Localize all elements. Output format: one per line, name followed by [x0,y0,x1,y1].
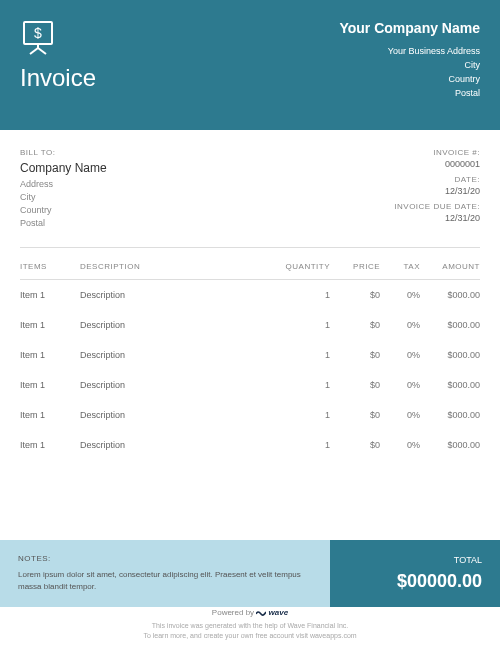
company-city: City [339,60,480,70]
powered-main: Powered by wave [0,607,500,618]
dollar-easel-icon: $ [20,20,56,56]
table-body: Item 1Description1$00%$000.00Item 1Descr… [20,280,480,460]
cell-amount: $000.00 [420,440,480,450]
notes-text: Lorem ipsum dolor sit amet, consectetur … [18,569,312,593]
company-country: Country [339,74,480,84]
bill-to-postal: Postal [20,218,107,228]
cell-quantity: 1 [280,440,330,450]
invoice-due-label: INVOICE DUE DATE: [394,202,480,211]
invoice-number-label: INVOICE #: [394,148,480,157]
bill-to-country: Country [20,205,107,215]
col-tax: TAX [380,262,420,271]
divider [20,247,480,248]
table-row: Item 1Description1$00%$000.00 [20,340,480,370]
invoice-page: $ Invoice Your Company Name Your Busines… [0,0,500,647]
cell-amount: $000.00 [420,380,480,390]
cell-item: Item 1 [20,380,80,390]
header-right: Your Company Name Your Business Address … [339,20,480,102]
cell-price: $0 [330,410,380,420]
powered-prefix: Powered by [212,608,254,617]
cell-price: $0 [330,440,380,450]
total-value: $00000.00 [348,571,482,592]
bill-to-address: Address [20,179,107,189]
cell-description: Description [80,410,280,420]
wave-brand-text: wave [269,608,289,617]
table-header: ITEMS DESCRIPTION QUANTITY PRICE TAX AMO… [20,254,480,280]
col-quantity: QUANTITY [280,262,330,271]
total-box: TOTAL $00000.00 [330,540,500,607]
bill-to-city: City [20,192,107,202]
cell-tax: 0% [380,410,420,420]
cell-item: Item 1 [20,350,80,360]
cell-quantity: 1 [280,380,330,390]
notes-box: NOTES: Lorem ipsum dolor sit amet, conse… [0,540,330,607]
footer-row: NOTES: Lorem ipsum dolor sit amet, conse… [0,540,500,607]
col-description: DESCRIPTION [80,262,280,271]
line-items-table: ITEMS DESCRIPTION QUANTITY PRICE TAX AMO… [0,254,500,460]
table-row: Item 1Description1$00%$000.00 [20,310,480,340]
meta-row: BILL TO: Company Name Address City Count… [0,130,500,241]
powered-by: Powered by wave This invoice was generat… [0,607,500,641]
powered-line1: This invoice was generated with the help… [0,621,500,631]
table-row: Item 1Description1$00%$000.00 [20,280,480,310]
table-row: Item 1Description1$00%$000.00 [20,400,480,430]
cell-price: $0 [330,290,380,300]
cell-price: $0 [330,350,380,360]
cell-quantity: 1 [280,290,330,300]
cell-quantity: 1 [280,320,330,330]
cell-tax: 0% [380,320,420,330]
cell-amount: $000.00 [420,350,480,360]
col-items: ITEMS [20,262,80,271]
company-postal: Postal [339,88,480,98]
cell-price: $0 [330,380,380,390]
invoice-meta: INVOICE #: 0000001 DATE: 12/31/20 INVOIC… [394,148,480,231]
svg-line-4 [38,48,46,54]
cell-tax: 0% [380,290,420,300]
header: $ Invoice Your Company Name Your Busines… [0,0,500,130]
bill-to-company: Company Name [20,161,107,175]
svg-line-3 [30,48,38,54]
svg-text:$: $ [34,25,42,41]
company-address: Your Business Address [339,46,480,56]
table-row: Item 1Description1$00%$000.00 [20,430,480,460]
cell-item: Item 1 [20,290,80,300]
cell-amount: $000.00 [420,290,480,300]
cell-description: Description [80,350,280,360]
cell-amount: $000.00 [420,410,480,420]
cell-tax: 0% [380,380,420,390]
cell-quantity: 1 [280,410,330,420]
cell-tax: 0% [380,440,420,450]
cell-description: Description [80,440,280,450]
col-amount: AMOUNT [420,262,480,271]
cell-quantity: 1 [280,350,330,360]
cell-description: Description [80,380,280,390]
cell-item: Item 1 [20,440,80,450]
cell-item: Item 1 [20,320,80,330]
cell-tax: 0% [380,350,420,360]
bill-to-section: BILL TO: Company Name Address City Count… [20,148,107,231]
notes-label: NOTES: [18,554,312,563]
total-label: TOTAL [348,555,482,565]
invoice-number: 0000001 [394,159,480,169]
invoice-date-label: DATE: [394,175,480,184]
bill-to-label: BILL TO: [20,148,107,157]
company-name: Your Company Name [339,20,480,36]
table-row: Item 1Description1$00%$000.00 [20,370,480,400]
cell-amount: $000.00 [420,320,480,330]
col-price: PRICE [330,262,380,271]
cell-price: $0 [330,320,380,330]
cell-item: Item 1 [20,410,80,420]
cell-description: Description [80,290,280,300]
invoice-due: 12/31/20 [394,213,480,223]
invoice-title: Invoice [20,64,96,92]
header-left: $ Invoice [20,20,96,102]
wave-logo: wave [256,608,288,617]
invoice-date: 12/31/20 [394,186,480,196]
powered-line2: To learn more, and create your own free … [0,631,500,641]
cell-description: Description [80,320,280,330]
